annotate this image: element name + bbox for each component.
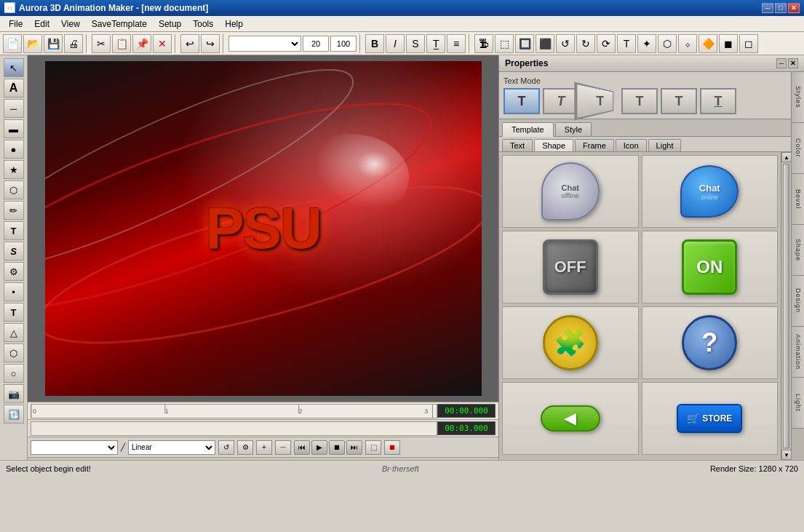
grid-item-store[interactable]: 🛒 STORE [642, 382, 779, 455]
mode-btn-1[interactable]: T [504, 88, 540, 114]
settings-tool[interactable]: ⚙ [4, 262, 24, 281]
type-tool[interactable]: T [4, 221, 24, 240]
3d-btn-9[interactable]: ✦ [637, 34, 656, 53]
sub-tab-frame[interactable]: Frame [575, 139, 614, 151]
rewind-button[interactable]: ⏮ [294, 440, 310, 455]
3d-btn-5[interactable]: ↺ [556, 34, 575, 53]
3d-btn-8[interactable]: T [617, 34, 636, 53]
font-dropdown[interactable] [228, 36, 301, 52]
save-button[interactable]: 💾 [44, 34, 63, 53]
sub-tab-light[interactable]: Light [648, 139, 682, 151]
sub-tab-icon[interactable]: Icon [616, 139, 647, 151]
settings-btn[interactable]: ⚙ [237, 440, 253, 455]
3d-btn-6[interactable]: ↻ [576, 34, 595, 53]
scroll-up-arrow[interactable]: ▲ [781, 152, 791, 162]
3d-btn-13[interactable]: ◼ [719, 34, 738, 53]
side-tab-animation[interactable]: Animation [792, 327, 804, 378]
side-tab-shape[interactable]: Shape [792, 225, 804, 276]
point-tool[interactable]: • [4, 282, 24, 301]
add-keyframe-btn[interactable]: + [256, 440, 272, 455]
redo-button[interactable]: ↪ [201, 34, 220, 53]
close-button[interactable]: ✕ [788, 3, 800, 13]
star-tool[interactable]: ★ [4, 160, 24, 179]
3d-btn-11[interactable]: ⬦ [678, 34, 697, 53]
panel-minimize-btn[interactable]: ─ [776, 58, 787, 68]
circle-tool[interactable]: ○ [4, 364, 24, 383]
sub-tab-text[interactable]: Text [502, 139, 533, 151]
scroll-thumb[interactable] [783, 164, 789, 448]
canvas-wrapper[interactable]: PSU [28, 55, 498, 402]
grid-item-question[interactable]: ? [642, 306, 779, 379]
timeline-ruler[interactable]: 0 1 2 3 [31, 404, 437, 418]
bold-button[interactable]: B [365, 34, 384, 53]
mode-btn-4[interactable]: T [621, 88, 658, 114]
template-scrollbar[interactable]: ▲ ▼ [781, 152, 791, 460]
menu-help[interactable]: Help [219, 17, 249, 31]
side-tab-bevel[interactable]: Bevel [792, 174, 804, 225]
italic-button[interactable]: I [386, 34, 405, 53]
open-button[interactable]: 📂 [23, 34, 42, 53]
rect-tool[interactable]: ▬ [4, 119, 24, 138]
type-tool-2[interactable]: S [4, 242, 24, 261]
tab-template[interactable]: Template [502, 122, 554, 137]
3d-btn-12[interactable]: 🔶 [698, 34, 717, 53]
text-tool[interactable]: A [4, 79, 24, 98]
mode-btn-6[interactable]: T [700, 88, 736, 114]
paste-button[interactable]: 📌 [132, 34, 151, 53]
pen-tool[interactable]: ✏ [4, 201, 24, 220]
remove-keyframe-btn[interactable]: ─ [275, 440, 291, 455]
ellipse-tool[interactable]: ● [4, 140, 24, 159]
grid-item-off[interactable]: OFF [502, 231, 639, 303]
camera-tool[interactable]: 📷 [4, 384, 24, 403]
print-button[interactable]: 🖨 [64, 34, 83, 53]
side-tab-styles[interactable]: Styles [792, 72, 804, 123]
timeline-ruler-2[interactable] [31, 421, 437, 436]
play-button[interactable]: ▶ [311, 440, 327, 455]
grid-item-on[interactable]: ON [642, 231, 779, 303]
stop-button[interactable]: ⏹ [329, 440, 345, 455]
refresh-btn[interactable]: ↺ [218, 440, 234, 455]
triangle-tool[interactable]: △ [4, 323, 24, 342]
scroll-down-arrow[interactable]: ▼ [781, 450, 791, 460]
menu-save-template[interactable]: SaveTemplate [86, 17, 153, 31]
side-tab-design[interactable]: Design [792, 276, 804, 327]
sub-tab-shape[interactable]: Shape [534, 139, 573, 151]
forward-button[interactable]: ⏭ [346, 440, 362, 455]
polygon-tool[interactable]: ⬡ [4, 180, 24, 199]
panel-close-btn[interactable]: ✕ [788, 58, 798, 68]
maximize-button[interactable]: □ [775, 3, 787, 13]
line-tool[interactable]: ─ [4, 99, 24, 118]
3d-btn-4[interactable]: ⬛ [536, 34, 554, 53]
font-weight-input[interactable] [330, 36, 357, 52]
grid-item-back[interactable]: ◀ [502, 382, 639, 455]
3d-btn-1[interactable]: 🗜 [474, 34, 493, 53]
animation-dropdown[interactable] [31, 440, 118, 455]
grid-item-chat-offline[interactable]: Chat offline [502, 155, 639, 228]
side-tab-color[interactable]: Color [792, 123, 804, 174]
mode-btn-5[interactable]: T [661, 88, 697, 114]
3d-text-tool[interactable]: T [4, 303, 24, 322]
cut-button[interactable]: ✂ [92, 34, 111, 53]
minimize-button[interactable]: ─ [762, 3, 773, 13]
end-btn[interactable]: ⏹ [384, 440, 400, 455]
hex-tool[interactable]: ⬡ [4, 344, 24, 362]
font-size-input[interactable] [303, 36, 329, 52]
side-tab-light[interactable]: Light [792, 378, 804, 429]
delete-button[interactable]: ✕ [153, 34, 172, 53]
text-tool-button[interactable]: T̲ [426, 34, 445, 53]
grid-item-puzzle[interactable]: 🧩 [502, 306, 639, 379]
3d-btn-2[interactable]: ⬚ [495, 34, 514, 53]
grid-item-chat-online[interactable]: Chat online [642, 155, 779, 228]
refresh-tool[interactable]: 🔃 [4, 405, 24, 424]
menu-file[interactable]: File [3, 17, 28, 31]
tab-style[interactable]: Style [555, 122, 592, 136]
menu-edit[interactable]: Edit [28, 17, 55, 31]
canvas[interactable]: PSU [45, 61, 482, 396]
strikethrough-button[interactable]: S [406, 34, 425, 53]
3d-btn-7[interactable]: ⟳ [597, 34, 616, 53]
3d-btn-3[interactable]: 🔲 [515, 34, 534, 53]
3d-btn-14[interactable]: ◻ [739, 34, 758, 53]
loop-btn[interactable]: ⬚ [365, 440, 381, 455]
undo-button[interactable]: ↩ [180, 34, 199, 53]
copy-button[interactable]: 📋 [112, 34, 131, 53]
